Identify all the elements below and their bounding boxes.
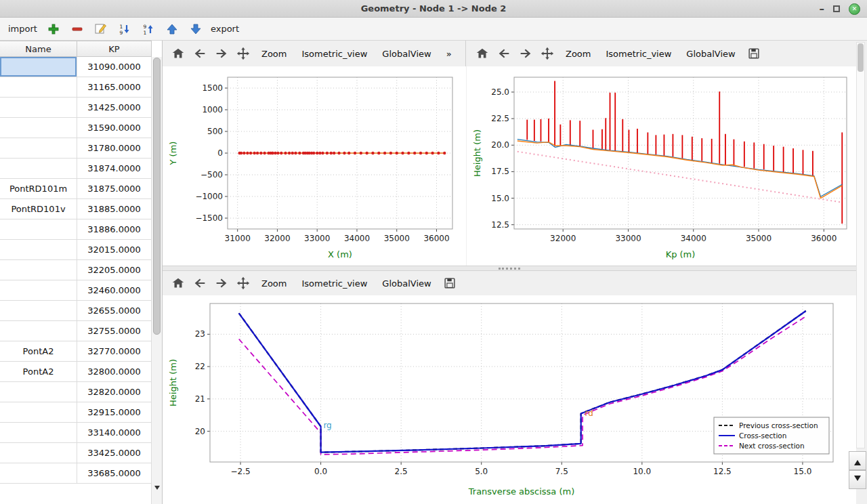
sort-descending-button[interactable]: 1 9 — [116, 20, 133, 38]
forward-button[interactable] — [515, 43, 536, 64]
forward-button[interactable] — [211, 273, 232, 293]
name-cell[interactable] — [0, 382, 77, 402]
name-cell[interactable] — [0, 463, 77, 484]
kp-cell[interactable]: 31875.0000 — [77, 179, 152, 199]
kp-cell[interactable]: 33685.0000 — [77, 463, 152, 484]
save-floppy-icon — [746, 46, 761, 61]
name-cell[interactable] — [0, 402, 77, 423]
kp-cell[interactable]: 32915.0000 — [77, 402, 152, 423]
name-cell[interactable] — [0, 260, 77, 280]
kp-cell[interactable]: 31780.0000 — [77, 138, 152, 159]
maximize-button[interactable] — [833, 4, 840, 14]
horizontal-splitter[interactable] — [163, 266, 856, 271]
triangle-up-icon — [854, 457, 861, 465]
kp-cell[interactable]: 31590.0000 — [77, 118, 152, 138]
add-row-button[interactable] — [45, 20, 62, 38]
scroll-up-button[interactable] — [849, 451, 866, 470]
name-cell[interactable] — [0, 321, 77, 341]
name-cell[interactable] — [0, 301, 77, 321]
zoom-button[interactable]: Zoom — [255, 45, 293, 62]
kp-cell[interactable]: 32655.0000 — [77, 301, 152, 321]
kp-cell[interactable]: 31874.0000 — [77, 159, 152, 179]
kp-cell[interactable]: 32820.0000 — [77, 382, 152, 402]
table-scrollbar[interactable] — [151, 57, 162, 504]
name-cell[interactable] — [0, 138, 77, 159]
name-cell[interactable] — [0, 77, 77, 98]
column-header-kp[interactable]: KP — [77, 41, 152, 57]
pan-move-icon — [540, 46, 555, 61]
name-cell[interactable] — [0, 98, 77, 118]
kp-cell[interactable]: 32770.0000 — [77, 341, 152, 362]
name-cell[interactable] — [0, 423, 77, 443]
plan-view-chart[interactable]: 310003200033000340003500036000−1500−1000… — [163, 66, 465, 268]
zoom-button[interactable]: Zoom — [255, 275, 293, 292]
table-scrollbar-thumb[interactable] — [153, 58, 161, 335]
cross-section-chart[interactable]: −2.50.02.55.07.510.012.515.020212223rgrd… — [163, 295, 856, 504]
plan-canvas[interactable]: 310003200033000340003500036000−1500−1000… — [163, 66, 466, 266]
name-cell[interactable] — [0, 443, 77, 463]
zoom-button[interactable]: Zoom — [559, 45, 597, 62]
scrollbar-thumb[interactable] — [858, 43, 864, 72]
save-figure-button[interactable] — [440, 273, 460, 293]
name-cell[interactable] — [0, 219, 77, 240]
pan-button[interactable] — [233, 43, 253, 64]
name-cell[interactable]: PontA2 — [0, 341, 77, 362]
name-cell[interactable] — [0, 57, 77, 77]
minimize-button[interactable]: – — [820, 4, 825, 14]
table-scroll-down-button[interactable] — [152, 484, 162, 495]
kp-cell[interactable]: 32015.0000 — [77, 240, 152, 260]
global-view-button[interactable]: GlobalView — [375, 275, 438, 292]
kp-cell[interactable]: 33140.0000 — [77, 423, 152, 443]
profile-view-chart[interactable]: 320003300034000350003600012.515.017.520.… — [467, 66, 856, 268]
name-cell[interactable] — [0, 240, 77, 260]
svg-text:35000: 35000 — [746, 234, 771, 243]
back-button[interactable] — [190, 43, 210, 64]
export-label[interactable]: export — [211, 24, 239, 34]
kp-cell[interactable]: 32755.0000 — [77, 321, 152, 341]
kp-cell[interactable]: 32800.0000 — [77, 362, 152, 382]
column-header-name[interactable]: Name — [0, 41, 77, 57]
back-button[interactable] — [190, 273, 210, 293]
kp-cell[interactable]: 31425.0000 — [77, 98, 152, 118]
toolbar-overflow-button[interactable]: » — [440, 45, 459, 62]
kp-cell[interactable]: 31090.0000 — [77, 57, 152, 77]
import-label[interactable]: import — [8, 24, 37, 34]
global-view-button[interactable]: GlobalView — [375, 45, 438, 62]
forward-button[interactable] — [211, 43, 232, 64]
window-vertical-scrollbar[interactable] — [856, 42, 865, 448]
name-cell[interactable]: PontRD101m — [0, 179, 77, 199]
home-button[interactable] — [168, 43, 188, 64]
name-cell[interactable] — [0, 118, 77, 138]
move-up-button[interactable] — [163, 20, 181, 38]
kp-cell[interactable]: 33425.0000 — [77, 443, 152, 463]
kp-cell[interactable]: 32205.0000 — [77, 260, 152, 280]
kp-cell[interactable]: 32460.0000 — [77, 280, 152, 301]
home-button[interactable] — [472, 43, 492, 64]
isometric-view-button[interactable]: Isometric_view — [599, 45, 678, 62]
save-figure-button[interactable] — [744, 43, 764, 64]
isometric-view-button[interactable]: Isometric_view — [295, 275, 374, 292]
name-cell[interactable]: PontRD101v — [0, 199, 77, 219]
kp-cell[interactable]: 31165.0000 — [77, 77, 152, 98]
move-down-button[interactable] — [187, 20, 205, 38]
kp-cell[interactable]: 31886.0000 — [77, 219, 152, 240]
global-view-button[interactable]: GlobalView — [679, 45, 742, 62]
table-row: 32915.0000 — [0, 402, 152, 423]
kp-cell[interactable]: 31885.0000 — [77, 199, 152, 219]
sort-ascending-button[interactable]: 9 1 — [140, 20, 157, 38]
name-cell[interactable] — [0, 159, 77, 179]
name-cell[interactable] — [0, 280, 77, 301]
remove-row-button[interactable] — [68, 20, 86, 38]
pan-button[interactable] — [233, 273, 253, 293]
back-button[interactable] — [494, 43, 514, 64]
home-button[interactable] — [168, 273, 188, 293]
profile-canvas[interactable]: 320003300034000350003600012.515.017.520.… — [467, 66, 856, 266]
svg-text:1500: 1500 — [202, 83, 223, 93]
pan-button[interactable] — [537, 43, 557, 64]
name-cell[interactable]: PontA2 — [0, 362, 77, 382]
scroll-down-button[interactable] — [849, 470, 866, 489]
close-button[interactable]: ✕ — [849, 3, 860, 15]
cross-canvas[interactable]: −2.50.02.55.07.510.012.515.020212223rgrd… — [163, 295, 856, 503]
isometric-view-button[interactable]: Isometric_view — [295, 45, 374, 62]
edit-button[interactable] — [92, 20, 110, 38]
